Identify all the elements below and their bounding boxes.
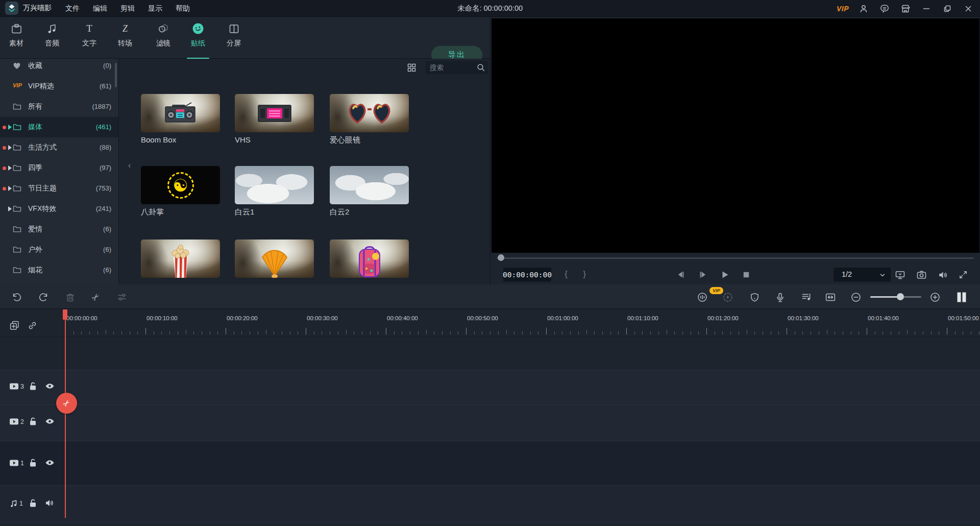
track-lock-button[interactable] [29,498,37,508]
track-lane-video-1[interactable] [0,441,980,485]
snapshot-camera-icon[interactable] [915,269,927,281]
mute-speaker-icon[interactable] [937,269,949,281]
sticker-item-bagua[interactable]: ☯ [141,166,220,204]
restore-button[interactable] [940,0,955,17]
sidebar-item-holiday[interactable]: 节日主题 (753) [0,178,119,199]
sidebar-item-seasons[interactable]: 四季 (97) [0,158,119,178]
sidebar-scrollbar[interactable] [115,63,117,87]
store-icon[interactable] [898,0,913,17]
track-lock-button[interactable] [29,458,37,467]
feedback-icon[interactable] [877,0,892,17]
close-button[interactable] [961,0,976,17]
menu-clip[interactable]: 剪辑 [114,0,141,17]
expand-arrow-icon[interactable] [8,145,12,150]
track-lock-button[interactable] [29,381,37,391]
tab-filter[interactable]: 滤镜 [147,22,180,56]
track-visibility-button[interactable] [45,382,55,390]
search-icon[interactable] [476,63,485,72]
panel-collapse-handle[interactable]: ‹ [128,161,131,170]
audio-mixer-button[interactable] [800,291,813,304]
track-lane-audio-1[interactable] [0,486,980,522]
play-button[interactable] [719,269,731,281]
seek-bar[interactable] [497,257,974,259]
ruler-tick [370,331,371,334]
mark-out-button[interactable]: } [578,267,591,281]
sidebar-item-media[interactable]: 媒体 (461) [0,117,119,137]
search-input[interactable] [430,61,473,74]
track-lane-video-2[interactable] [0,405,980,441]
tab-audio[interactable]: 音频 [36,22,68,56]
undo-button[interactable] [10,291,23,304]
menu-view[interactable]: 显示 [141,0,169,17]
stop-button[interactable] [740,269,752,281]
sticker-item-shell[interactable] [235,240,314,278]
search-box [426,61,488,74]
mark-in-button[interactable]: { [560,267,572,281]
sticker-item-cloud-1[interactable] [235,166,314,204]
sticker-item-boombox[interactable] [141,94,220,132]
sticker-item-heart-glasses[interactable] [330,94,409,132]
zoom-in-button[interactable] [928,291,942,304]
expand-arrow-icon[interactable] [8,186,12,191]
tab-transition[interactable]: Z 转场 [109,22,141,56]
render-preview-button[interactable] [721,291,734,304]
folder-icon [13,123,21,131]
sidebar-item-outdoor[interactable]: 户外 (6) [0,240,119,260]
minimize-button[interactable] [919,0,934,17]
menu-help[interactable]: 帮助 [169,0,197,17]
playhead-line[interactable] [65,309,66,518]
seek-handle[interactable] [498,254,504,261]
ruler-time-label: 00:01:50:00 [948,315,979,321]
next-frame-button[interactable] [697,269,709,281]
track-lock-button[interactable] [29,417,37,426]
video-viewport[interactable] [492,18,979,253]
record-voiceover-button[interactable] [773,291,787,304]
adjust-properties-button[interactable] [115,291,129,304]
playhead-handle[interactable] [63,309,67,320]
display-device-icon[interactable] [894,269,906,281]
playhead-scissors-badge[interactable]: ✂ [56,393,77,414]
keyframe-shield-button[interactable] [748,291,761,304]
sidebar-item-love[interactable]: 爱情 (6) [0,219,119,240]
menu-edit[interactable]: 编辑 [86,0,114,17]
tab-media[interactable]: 素材 [0,22,33,56]
sidebar-item-vfx[interactable]: VFX特效 (241) [0,199,119,219]
sticker-label: 爱心眼镜 [330,135,411,145]
expand-arrow-icon[interactable] [8,125,12,130]
split-scissors-button[interactable]: ✂ [89,291,103,304]
tab-split-screen[interactable]: 分屏 [217,22,250,56]
track-visibility-button[interactable] [45,459,55,466]
sidebar-item-favorites[interactable]: 收藏 (0) [0,59,119,76]
delete-button[interactable] [63,291,77,304]
track-mute-button[interactable] [45,499,54,507]
expand-arrow-icon[interactable] [8,165,12,171]
account-button[interactable] [856,0,871,17]
timeline-zoom-slider[interactable] [870,296,921,298]
track-lane-video-3[interactable] [0,370,980,404]
preview-quality-select[interactable]: 1/2 [834,268,891,282]
expand-arrow-icon[interactable] [8,206,12,211]
timeline-panel-toggle[interactable] [955,291,968,304]
sidebar-item-vip[interactable]: VIP VIP精选 (61) [0,76,119,97]
sticker-item-cloud-2[interactable] [330,166,409,204]
previous-frame-button[interactable] [675,269,687,281]
sticker-item-backpack[interactable] [330,240,409,278]
timeline-ruler[interactable]: 00:00:00:0000:00:10:0000:00:20:0000:00:3… [0,309,980,337]
redo-button[interactable] [37,291,50,304]
sidebar-item-fireworks[interactable]: 烟花 (6) [0,260,119,280]
sticker-item-vhs[interactable] [235,94,314,132]
vip-button[interactable]: VIP [835,0,850,17]
zoom-out-button[interactable] [849,291,863,304]
zoom-slider-handle[interactable] [897,293,904,300]
fullscreen-icon[interactable] [957,269,969,281]
track-visibility-button[interactable] [45,418,55,425]
sidebar-item-all[interactable]: 所有 (1887) [0,97,119,117]
grid-view-icon[interactable] [407,63,416,73]
menu-file[interactable]: 文件 [59,0,86,17]
fit-timeline-button[interactable] [824,291,837,304]
voice-changer-button[interactable] [696,291,709,304]
tab-sticker[interactable]: 贴纸 [182,22,214,56]
sticker-item-popcorn[interactable] [141,240,220,278]
tab-text[interactable]: T 文字 [73,22,106,56]
sidebar-item-lifestyle[interactable]: 生活方式 (88) [0,137,119,158]
